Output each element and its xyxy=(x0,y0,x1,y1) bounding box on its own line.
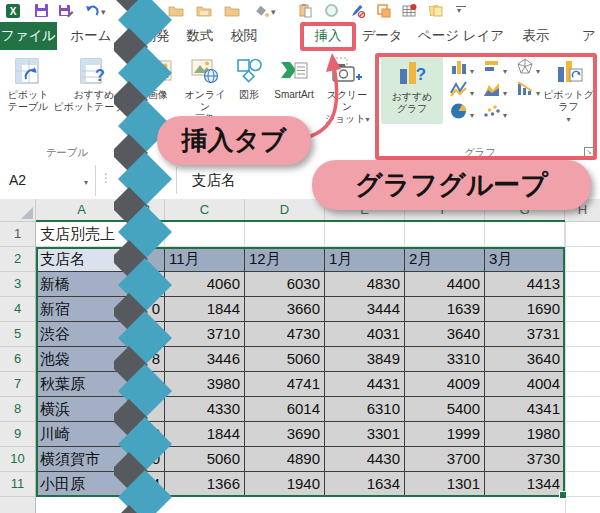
cell-e2[interactable]: 1月 xyxy=(325,247,405,272)
cell-d2[interactable]: 12月 xyxy=(245,247,325,272)
pivotchart-button[interactable]: ピボットグラフ xyxy=(540,56,597,122)
cell-c3[interactable]: 4060 xyxy=(165,272,245,297)
formula-input[interactable]: 支店名 xyxy=(192,171,236,190)
col-header-b[interactable]: B xyxy=(128,199,165,222)
row-header-4[interactable]: 4 xyxy=(0,297,36,322)
fx-icon[interactable]: fx xyxy=(140,170,153,186)
tab-view[interactable]: 表示 xyxy=(514,22,558,50)
cell-a4[interactable]: 新宿 xyxy=(36,297,128,322)
cell-d1[interactable] xyxy=(245,222,325,247)
folder-open-icon[interactable] xyxy=(168,3,184,19)
cell-g6[interactable]: 3640 xyxy=(485,347,565,372)
cell-c11[interactable]: 1366 xyxy=(165,472,245,497)
cell-f9[interactable]: 1999 xyxy=(405,422,485,447)
cell-b1[interactable] xyxy=(128,222,165,247)
cell-b11[interactable]: 4 xyxy=(128,472,165,497)
cell-f3[interactable]: 4400 xyxy=(405,272,485,297)
folder-new-icon[interactable] xyxy=(224,3,240,19)
row-header-8[interactable]: 8 xyxy=(0,397,36,422)
cell-h3[interactable] xyxy=(565,272,600,297)
cell-g5[interactable]: 3731 xyxy=(485,322,565,347)
qat-more-icon[interactable] xyxy=(456,6,466,7)
cell-f1[interactable] xyxy=(405,222,485,247)
cell-c2[interactable]: 11月 xyxy=(165,247,245,272)
paste-icon[interactable] xyxy=(298,3,314,19)
undo-dropdown-icon[interactable]: ▾ xyxy=(101,7,106,17)
tab-formulas[interactable]: 数式 xyxy=(178,22,222,50)
online-pictures-button[interactable]: オンライン 画像 xyxy=(180,56,230,122)
formula-bar-resize-handle[interactable]: ⋮ xyxy=(100,171,112,185)
cell-e9[interactable]: 3301 xyxy=(325,422,405,447)
copy-window-icon[interactable] xyxy=(376,3,392,19)
pie-chart-button[interactable] xyxy=(450,103,482,123)
col-header-a[interactable]: A xyxy=(36,199,128,222)
cell-h10[interactable] xyxy=(565,447,600,472)
cell-g8[interactable]: 4341 xyxy=(485,397,565,422)
smartart-button[interactable]: SmartArt xyxy=(266,56,322,122)
cell-e7[interactable]: 4431 xyxy=(325,372,405,397)
cell-g9[interactable]: 1980 xyxy=(485,422,565,447)
cell-c4[interactable]: 1844 xyxy=(165,297,245,322)
charts-dialog-launcher-icon[interactable] xyxy=(584,147,595,158)
recommended-charts-button[interactable]: ? おすすめ グラフ xyxy=(381,56,443,124)
cell-b7[interactable]: 1 xyxy=(128,372,165,397)
cell-c9[interactable]: 1844 xyxy=(165,422,245,447)
cell-a6[interactable]: 池袋 xyxy=(36,347,128,372)
row-header-11[interactable]: 11 xyxy=(0,472,36,497)
cell-h6[interactable] xyxy=(565,347,600,372)
cell-e8[interactable]: 6310 xyxy=(325,397,405,422)
cell-d5[interactable]: 4730 xyxy=(245,322,325,347)
row-header-5[interactable]: 5 xyxy=(0,322,36,347)
cell-f2[interactable]: 2月 xyxy=(405,247,485,272)
folder-icon[interactable] xyxy=(196,3,212,19)
cell-f5[interactable]: 3640 xyxy=(405,322,485,347)
cell-c6[interactable]: 3446 xyxy=(165,347,245,372)
cell-c5[interactable]: 3710 xyxy=(165,322,245,347)
tab-file[interactable]: ファイル xyxy=(0,22,57,50)
cell-a11[interactable]: 小田原 xyxy=(36,472,128,497)
screenshot-button[interactable]: スクリーン ショット xyxy=(322,56,372,122)
tab-developer[interactable]: 開発 xyxy=(134,22,178,50)
cell-b2[interactable] xyxy=(128,247,165,272)
cell-b6[interactable]: 8 xyxy=(128,347,165,372)
cell-e3[interactable]: 4830 xyxy=(325,272,405,297)
record-macro-icon[interactable] xyxy=(324,3,340,19)
row-header-10[interactable]: 10 xyxy=(0,447,36,472)
cell-e10[interactable]: 4430 xyxy=(325,447,405,472)
cell-d3[interactable]: 6030 xyxy=(245,272,325,297)
cell-h4[interactable] xyxy=(565,297,600,322)
cell-d4[interactable]: 3660 xyxy=(245,297,325,322)
cell-a5[interactable]: 渋谷 xyxy=(36,322,128,347)
cell-e5[interactable]: 4031 xyxy=(325,322,405,347)
cell-h8[interactable] xyxy=(565,397,600,422)
cell-f6[interactable]: 3310 xyxy=(405,347,485,372)
row-header-6[interactable]: 6 xyxy=(0,347,36,372)
recommended-pivottables-button[interactable]: ? おすすめ ピボットテーブル xyxy=(52,56,136,122)
cell-d6[interactable]: 5060 xyxy=(245,347,325,372)
scatter-chart-button[interactable] xyxy=(483,103,515,123)
cell-c1[interactable] xyxy=(165,222,245,247)
insert-table-icon[interactable] xyxy=(402,3,418,19)
cell-g2[interactable]: 3月 xyxy=(485,247,565,272)
fill-color-icon[interactable] xyxy=(254,3,270,19)
cell-b8[interactable] xyxy=(128,397,165,422)
cell-b3[interactable] xyxy=(128,272,165,297)
cell-a7[interactable]: 秋葉原 xyxy=(36,372,128,397)
col-header-d[interactable]: D xyxy=(245,199,325,222)
draw-pen-icon[interactable] xyxy=(350,3,366,19)
tab-review[interactable]: 校閲 xyxy=(222,22,266,50)
cell-e6[interactable]: 3849 xyxy=(325,347,405,372)
cell-g10[interactable]: 3730 xyxy=(485,447,565,472)
line-chart-button[interactable] xyxy=(450,81,482,101)
row-header-3[interactable]: 3 xyxy=(0,272,36,297)
column-chart-button[interactable] xyxy=(450,59,482,79)
cell-c8[interactable]: 4330 xyxy=(165,397,245,422)
cell-h2[interactable] xyxy=(565,247,600,272)
cell-a10[interactable]: 横須賀市 xyxy=(36,447,128,472)
cell-d8[interactable]: 6014 xyxy=(245,397,325,422)
cell-a1[interactable]: 支店別売上 xyxy=(36,222,128,247)
cell-h7[interactable] xyxy=(565,372,600,397)
cell-f4[interactable]: 1639 xyxy=(405,297,485,322)
cell-g11[interactable]: 1344 xyxy=(485,472,565,497)
shapes-button[interactable]: 図形 xyxy=(230,56,268,122)
